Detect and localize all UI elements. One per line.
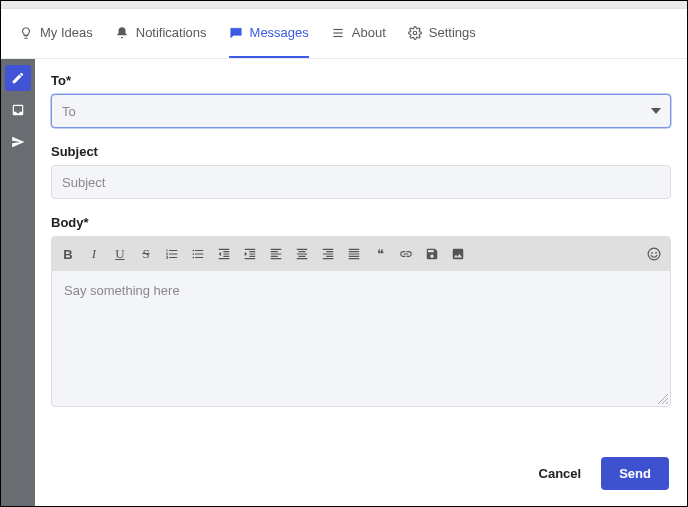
outdent-button[interactable] bbox=[216, 246, 232, 262]
save-icon bbox=[425, 247, 439, 261]
pencil-icon bbox=[11, 71, 25, 85]
body-label: Body* bbox=[51, 215, 671, 230]
lightbulb-icon bbox=[19, 26, 33, 40]
indent-icon bbox=[243, 247, 257, 261]
emoji-button[interactable] bbox=[646, 246, 662, 262]
tab-settings[interactable]: Settings bbox=[408, 9, 476, 58]
body-placeholder: Say something here bbox=[64, 283, 180, 298]
align-right-button[interactable] bbox=[320, 246, 336, 262]
svg-point-5 bbox=[651, 252, 653, 254]
tab-label: My Ideas bbox=[40, 25, 93, 40]
image-icon bbox=[451, 247, 465, 261]
align-justify-icon bbox=[347, 247, 361, 261]
to-select[interactable]: To bbox=[51, 94, 671, 128]
image-button[interactable] bbox=[450, 246, 466, 262]
subject-label: Subject bbox=[51, 144, 671, 159]
resize-grip-icon[interactable] bbox=[658, 394, 668, 404]
align-left-button[interactable] bbox=[268, 246, 284, 262]
quote-button[interactable]: ❝ bbox=[372, 246, 388, 262]
svg-point-4 bbox=[648, 248, 660, 260]
ul-icon bbox=[191, 247, 205, 261]
form-actions: Cancel Send bbox=[51, 439, 671, 496]
emoji-icon bbox=[647, 247, 661, 261]
underline-button[interactable]: U bbox=[112, 246, 128, 262]
bold-button[interactable]: B bbox=[60, 246, 76, 262]
align-center-icon bbox=[295, 247, 309, 261]
strike-button[interactable]: S bbox=[138, 246, 154, 262]
link-button[interactable] bbox=[398, 246, 414, 262]
align-center-button[interactable] bbox=[294, 246, 310, 262]
tab-label: Settings bbox=[429, 25, 476, 40]
ol-icon bbox=[165, 247, 179, 261]
window-chrome bbox=[1, 1, 687, 9]
compose-siderail bbox=[1, 59, 35, 506]
tab-label: Notifications bbox=[136, 25, 207, 40]
svg-point-6 bbox=[655, 252, 657, 254]
tab-my-ideas[interactable]: My Ideas bbox=[19, 9, 93, 58]
cancel-button[interactable]: Cancel bbox=[533, 458, 588, 489]
align-right-icon bbox=[321, 247, 335, 261]
list-icon bbox=[331, 26, 345, 40]
align-left-icon bbox=[269, 247, 283, 261]
body-textarea[interactable]: Say something here bbox=[52, 271, 670, 406]
outdent-icon bbox=[217, 247, 231, 261]
gear-icon bbox=[408, 26, 422, 40]
body-editor: B I U S ❝ bbox=[51, 236, 671, 407]
main-tabs: My Ideas Notifications Messages About Se… bbox=[1, 9, 687, 59]
tab-about[interactable]: About bbox=[331, 9, 386, 58]
align-justify-button[interactable] bbox=[346, 246, 362, 262]
to-label: To* bbox=[51, 73, 671, 88]
tab-notifications[interactable]: Notifications bbox=[115, 9, 207, 58]
svg-point-3 bbox=[413, 31, 417, 35]
bell-icon bbox=[115, 26, 129, 40]
message-icon bbox=[229, 26, 243, 40]
inbox-button[interactable] bbox=[5, 97, 31, 123]
save-button[interactable] bbox=[424, 246, 440, 262]
tab-label: About bbox=[352, 25, 386, 40]
indent-button[interactable] bbox=[242, 246, 258, 262]
tab-messages[interactable]: Messages bbox=[229, 9, 309, 58]
editor-toolbar: B I U S ❝ bbox=[52, 237, 670, 271]
compose-button[interactable] bbox=[5, 65, 31, 91]
to-placeholder: To bbox=[62, 104, 76, 119]
ordered-list-button[interactable] bbox=[164, 246, 180, 262]
compose-form: To* To Subject Body* B I U S bbox=[35, 59, 687, 506]
italic-button[interactable]: I bbox=[86, 246, 102, 262]
sent-button[interactable] bbox=[5, 129, 31, 155]
tab-label: Messages bbox=[250, 25, 309, 40]
inbox-icon bbox=[11, 103, 25, 117]
send-icon bbox=[11, 135, 25, 149]
unordered-list-button[interactable] bbox=[190, 246, 206, 262]
subject-input[interactable] bbox=[51, 165, 671, 199]
link-icon bbox=[399, 247, 413, 261]
send-button[interactable]: Send bbox=[601, 457, 669, 490]
